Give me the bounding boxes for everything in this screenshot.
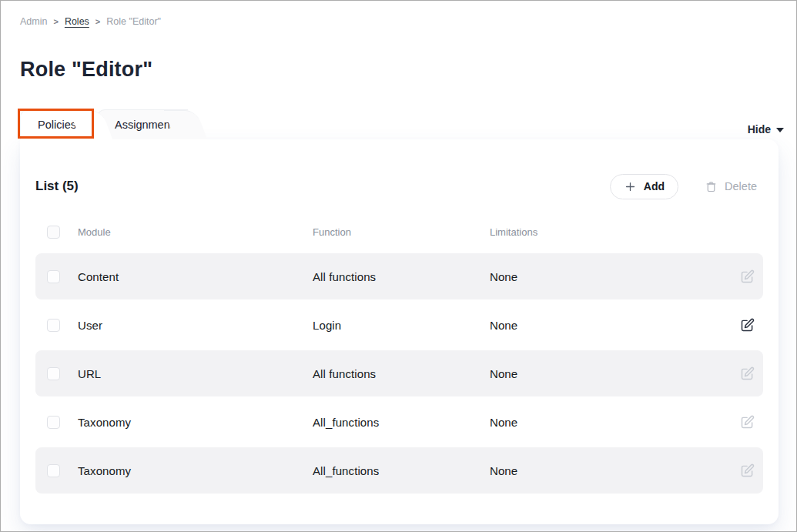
cell-limitations: None <box>490 367 725 380</box>
cell-module: Taxonomy <box>78 464 313 477</box>
column-header-limitations: Limitations <box>490 226 725 238</box>
hide-label: Hide <box>748 123 771 136</box>
table-header-row: Module Function Limitations <box>35 219 763 244</box>
edit-icon <box>739 463 755 479</box>
edit-icon <box>739 414 755 430</box>
page-title: Role "Editor" <box>20 58 152 82</box>
cell-limitations: None <box>490 416 725 429</box>
breadcrumb-item-current: Role "Editor" <box>106 16 161 27</box>
hide-toggle[interactable]: Hide <box>748 123 784 136</box>
cell-function: All_functions <box>313 464 490 477</box>
list-title: List (5) <box>35 179 79 194</box>
column-header-function: Function <box>313 226 490 238</box>
edit-icon <box>739 269 755 285</box>
tab-assignments-label: Assignments <box>115 119 179 131</box>
toolbar-actions: Add Delete <box>610 174 763 199</box>
table-body: Content All functions None User Login No… <box>35 253 763 494</box>
breadcrumb-separator: > <box>95 17 100 26</box>
breadcrumb-separator: > <box>53 17 58 26</box>
breadcrumb-item-admin[interactable]: Admin <box>20 16 47 27</box>
breadcrumb: Admin > Roles > Role "Editor" <box>20 16 161 27</box>
row-checkbox[interactable] <box>47 464 60 477</box>
cell-function: All functions <box>313 270 490 283</box>
edit-button[interactable] <box>725 463 755 479</box>
table-row: Taxonomy All_functions None <box>35 399 763 445</box>
edit-icon <box>739 366 755 382</box>
column-header-module: Module <box>78 226 313 238</box>
edit-button[interactable] <box>725 317 755 333</box>
list-toolbar: List (5) Add Delet <box>35 173 763 199</box>
app-window: Admin > Roles > Role "Editor" Role "Edit… <box>0 0 797 532</box>
table-row: User Login None <box>35 302 763 348</box>
trash-icon <box>705 180 718 193</box>
table-row: URL All functions None <box>35 350 763 396</box>
chevron-down-icon <box>776 128 784 132</box>
table-row: Taxonomy All_functions None <box>35 447 763 494</box>
cell-function: All functions <box>313 367 490 380</box>
select-all-checkbox[interactable] <box>47 226 60 239</box>
cell-function: Login <box>313 319 490 332</box>
cell-module: Content <box>78 270 313 283</box>
row-checkbox[interactable] <box>47 367 60 380</box>
tab-policies[interactable]: Policies <box>20 109 93 139</box>
cell-module: User <box>78 319 313 332</box>
plus-icon <box>624 180 637 193</box>
cell-limitations: None <box>490 464 725 477</box>
delete-button[interactable]: Delete <box>698 180 763 193</box>
row-checkbox[interactable] <box>47 270 60 283</box>
delete-button-label: Delete <box>725 180 757 192</box>
edit-icon <box>739 317 755 333</box>
cell-module: URL <box>78 367 313 380</box>
cell-limitations: None <box>490 319 725 332</box>
table-row: Content All functions None <box>35 253 763 299</box>
tab-policies-label: Policies <box>38 119 76 131</box>
cell-limitations: None <box>490 270 725 283</box>
breadcrumb-item-roles[interactable]: Roles <box>65 16 89 27</box>
edit-button[interactable] <box>725 366 755 382</box>
edit-button[interactable] <box>725 414 755 430</box>
policies-panel: List (5) Add Delet <box>20 139 779 524</box>
cell-function: All_functions <box>313 416 490 429</box>
add-button[interactable]: Add <box>610 174 678 199</box>
row-checkbox[interactable] <box>47 319 60 332</box>
cell-module: Taxonomy <box>78 416 313 429</box>
row-checkbox[interactable] <box>47 416 60 429</box>
edit-button[interactable] <box>725 269 755 285</box>
add-button-label: Add <box>644 180 665 192</box>
